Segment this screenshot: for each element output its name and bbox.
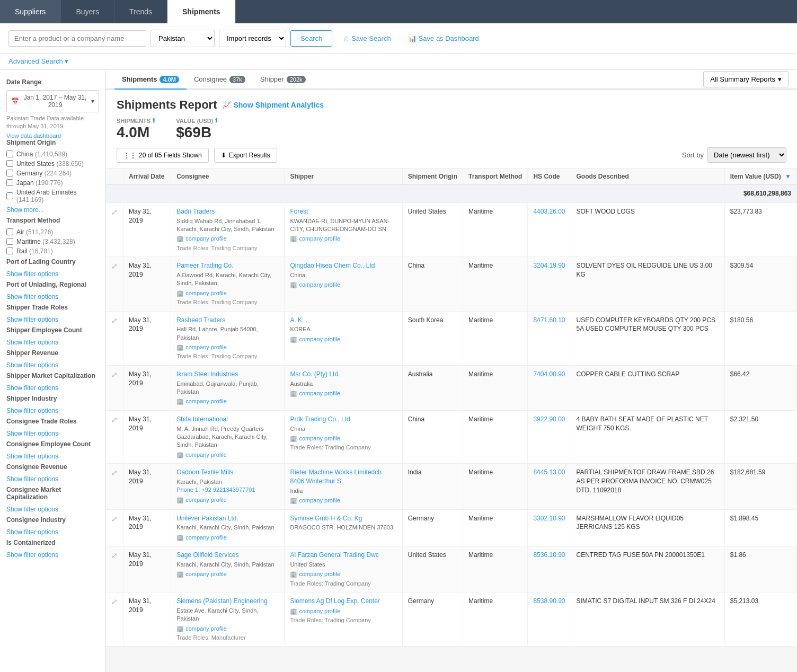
shipper-name-link[interactable]: Forest	[290, 208, 308, 215]
consignee-profile-link[interactable]: 🏢 company profile	[176, 451, 279, 459]
origin-china-checkbox[interactable]	[6, 151, 13, 157]
consignee-name-link[interactable]: Ikram Steel Industries	[176, 370, 238, 378]
value-filter-icon[interactable]: ▼	[785, 173, 791, 180]
expand-icon[interactable]: ⤢	[111, 262, 118, 270]
origin-germany-checkbox[interactable]	[6, 170, 13, 176]
expand-icon[interactable]: ⤢	[111, 208, 118, 216]
consignee-name-link[interactable]: Unilever Pakistan Ltd.	[176, 515, 238, 522]
subtab-consignee[interactable]: Consignee 37k	[187, 70, 253, 90]
fields-button[interactable]: ⋮⋮ 20 of 85 Fields Shown	[117, 148, 209, 163]
consignee-name-link[interactable]: Badri Traders	[176, 208, 215, 215]
info-icon2[interactable]: ℹ	[215, 117, 217, 124]
expand-icon[interactable]: ⤢	[111, 551, 118, 560]
hs-code-link[interactable]: 3922.90.00	[533, 415, 565, 423]
consignee-profile-link[interactable]: 🏢 company profile	[176, 289, 279, 297]
shipper-trade-roles-show-filter[interactable]: Show filter options	[6, 316, 58, 323]
show-more-origins[interactable]: Show more...	[6, 206, 44, 214]
shipper-name-link[interactable]: Qingdao Hisea Chem Co., Ltd	[290, 262, 375, 269]
shipper-name-link[interactable]: Prdk Trading Co., Ltd.	[290, 415, 352, 423]
shipper-market-cap-show-filter[interactable]: Show filter options	[6, 384, 58, 392]
tab-trends[interactable]: Trends	[114, 0, 167, 23]
shipper-profile-link[interactable]: 🏢 company profile	[290, 335, 396, 343]
subtab-shipper[interactable]: Shipper 202k	[253, 70, 313, 90]
shipper-name-link[interactable]: Al Farzan General Trading Dwc	[290, 551, 378, 559]
consignee-market-cap-show-filter[interactable]: Show filter options	[6, 506, 58, 513]
consignee-profile-link[interactable]: 🏢 company profile	[176, 534, 279, 542]
origin-uae-checkbox[interactable]	[6, 192, 13, 199]
consignee-name-link[interactable]: Rasheed Traders	[176, 316, 225, 324]
hs-code-link[interactable]: 3204.19.90	[533, 262, 565, 269]
expand-icon[interactable]: ⤢	[111, 415, 118, 424]
is-containerized-show-filter[interactable]: Show filter options	[6, 551, 58, 559]
shipper-name-link[interactable]: Siemens Ag Df Log Exp. Center	[290, 597, 379, 605]
expand-icon[interactable]: ⤢	[111, 515, 118, 523]
shipper-name-link[interactable]: Msr Co. (Pty) Ltd.	[290, 370, 340, 378]
save-search-button[interactable]: ☆ Save Search	[336, 31, 397, 46]
consignee-industry-show-filter[interactable]: Show filter options	[6, 528, 58, 536]
consignee-name-link[interactable]: Sage Oilfield Services	[176, 551, 238, 559]
consignee-revenue-show-filter[interactable]: Show filter options	[6, 475, 58, 483]
origin-us[interactable]: United States (338,656)	[6, 160, 99, 167]
consignee-name-link[interactable]: Shifa International	[176, 415, 228, 423]
hs-code-link[interactable]: 4403.26.00	[533, 208, 565, 215]
tab-suppliers[interactable]: Suppliers	[0, 0, 61, 23]
shipper-profile-link[interactable]: 🏢 company profile	[290, 570, 396, 578]
record-type-select[interactable]: Import records Export records	[219, 30, 286, 47]
expand-icon[interactable]: ⤢	[111, 597, 118, 606]
shipper-name-link[interactable]: Rieter Machine Works Limitedch 8406 Wint…	[290, 468, 382, 485]
shipper-profile-link[interactable]: 🏢 company profile	[290, 607, 396, 615]
origin-japan-checkbox[interactable]	[6, 179, 13, 186]
hs-code-link[interactable]: 8471.60.10	[533, 316, 565, 324]
shipper-profile-link[interactable]: 🏢 company profile	[290, 390, 396, 397]
export-button[interactable]: ⬇ Export Results	[214, 148, 277, 163]
shipper-profile-link[interactable]: 🏢 company profile	[290, 235, 396, 243]
consignee-profile-link[interactable]: 🏢 company profile	[176, 570, 279, 578]
shipper-profile-link[interactable]: 🏢 company profile	[290, 435, 396, 443]
transport-air-checkbox[interactable]	[6, 228, 13, 235]
shipper-employee-show-filter[interactable]: Show filter options	[6, 339, 58, 346]
show-analytics-link[interactable]: 📈 Show Shipment Analytics	[222, 101, 324, 109]
hs-code-link[interactable]: 8536.10.90	[533, 551, 565, 559]
origin-us-checkbox[interactable]	[6, 160, 13, 167]
consignee-name-link[interactable]: Pameer Trading Co.	[176, 262, 233, 269]
origin-japan[interactable]: Japan (190,776)	[6, 179, 99, 187]
hs-code-link[interactable]: 8445.13.00	[533, 468, 565, 476]
expand-icon[interactable]: ⤢	[111, 370, 118, 379]
consignee-employee-show-filter[interactable]: Show filter options	[6, 453, 58, 460]
consignee-profile-link[interactable]: 🏢 company profile	[176, 625, 279, 633]
transport-rail[interactable]: Rail (16,781)	[6, 247, 99, 255]
info-icon[interactable]: ℹ	[153, 117, 155, 124]
origin-china[interactable]: China (1,410,589)	[6, 151, 99, 158]
transport-maritime[interactable]: Maritime (3,432,328)	[6, 238, 99, 245]
summary-reports-button[interactable]: All Summary Reports ▾	[703, 71, 789, 87]
view-dashboard-link[interactable]: View data dashboard	[6, 132, 99, 139]
shipper-industry-show-filter[interactable]: Show filter options	[6, 407, 58, 414]
consignee-trade-roles-show-filter[interactable]: Show filter options	[6, 430, 58, 437]
consignee-name-link[interactable]: Siemens (Pakistan) Engineering	[176, 597, 267, 605]
consignee-profile-link[interactable]: 🏢 company profile	[176, 343, 279, 351]
origin-germany[interactable]: Germany (224,264)	[6, 170, 99, 177]
search-input[interactable]	[8, 30, 146, 47]
hs-code-link[interactable]: 7404.00.90	[533, 370, 565, 378]
shipper-name-link[interactable]: Symrise Gmb H & Co. Kg	[290, 515, 362, 522]
date-range-picker[interactable]: 📅 Jan 1, 2017 – May 31, 2019 ▾	[6, 90, 99, 112]
subtab-shipments[interactable]: Shipments 4.0M	[114, 70, 187, 90]
consignee-profile-link[interactable]: 🏢 company profile	[176, 235, 279, 243]
consignee-name-link[interactable]: Gadoon Textile Mills	[176, 468, 233, 476]
hs-code-link[interactable]: 3302.10.90	[533, 515, 565, 522]
shipper-profile-link[interactable]: 🏢 company profile	[290, 497, 396, 505]
tab-buyers[interactable]: Buyers	[61, 0, 114, 23]
origin-uae[interactable]: United Arab Emirates (141,169)	[6, 189, 99, 204]
advanced-search-link[interactable]: Advanced Search ▾	[8, 57, 68, 65]
transport-air[interactable]: Air (511,276)	[6, 228, 99, 236]
expand-icon[interactable]: ⤢	[111, 316, 118, 325]
shipper-profile-link[interactable]: 🏢 company profile	[290, 281, 396, 289]
port-lading-show-filter[interactable]: Show filter options	[6, 270, 58, 278]
search-button[interactable]: Search	[290, 30, 332, 47]
shipper-name-link[interactable]: A. K. ..	[290, 316, 309, 324]
port-unlading-show-filter[interactable]: Show filter options	[6, 293, 58, 300]
expand-icon[interactable]: ⤢	[111, 468, 118, 477]
sort-select[interactable]: Date (newest first) Date (oldest first) …	[707, 147, 786, 163]
transport-maritime-checkbox[interactable]	[6, 238, 13, 245]
shipper-revenue-show-filter[interactable]: Show filter options	[6, 361, 58, 369]
